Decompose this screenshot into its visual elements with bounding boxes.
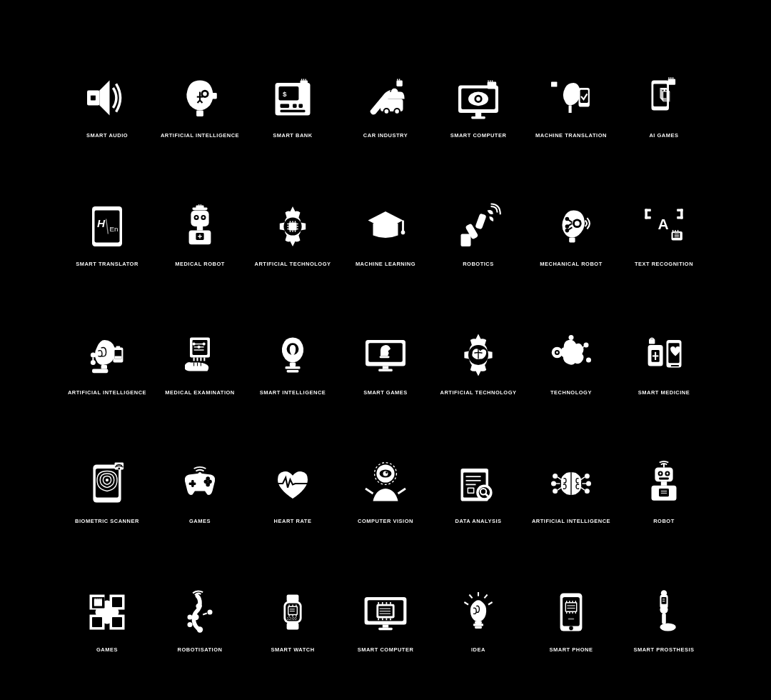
svg-rect-42 (488, 82, 497, 89)
heart-rate-label: HEART RATE (274, 518, 312, 532)
icon-cell-ai-1: ARTIFICIAL INTELLIGENCE (153, 32, 246, 154)
svg-rect-247 (112, 597, 122, 607)
svg-point-256 (188, 622, 193, 627)
svg-rect-272 (287, 595, 299, 602)
svg-marker-1 (100, 81, 110, 116)
svg-rect-51 (551, 82, 557, 87)
svg-rect-18 (278, 86, 298, 101)
medical-examination-label: MEDICAL EXAMINATION (165, 389, 235, 404)
data-analysis-icon (450, 455, 507, 512)
svg-rect-34 (396, 81, 402, 86)
medical-examination-icon (171, 326, 228, 384)
smart-intelligence-label: SMART INTELLIGENCE (260, 389, 326, 404)
icon-cell-car-industry: CAR INDUSTRY (339, 32, 432, 154)
svg-rect-290 (383, 625, 388, 628)
icon-cell-medical-examination: MEDICAL EXAMINATION (153, 289, 246, 411)
svg-rect-299 (475, 626, 482, 629)
smart-phone-icon (543, 584, 600, 641)
icon-cell-smart-bank: $ SMART BANK (246, 32, 339, 154)
smart-prosthesis-label: SMART PROSTHESIS (633, 646, 694, 661)
icon-cell-ai-3: ARTIFICIAL INTELLIGENCE (525, 418, 618, 539)
smart-audio-label: SMART AUDIO (86, 132, 128, 146)
svg-point-59 (665, 89, 667, 91)
svg-point-58 (662, 89, 664, 91)
svg-rect-160 (287, 370, 299, 373)
svg-text:En: En (110, 225, 119, 233)
ai-games-icon (635, 69, 692, 126)
smart-watch-icon: 12:00 (264, 584, 321, 641)
svg-rect-135 (101, 365, 107, 369)
svg-rect-13 (196, 111, 203, 116)
icon-cell-technology: TECHNOLOGY (525, 289, 618, 411)
games-label-1: GAMES (189, 518, 211, 532)
smart-medicine-label: SMART MEDICINE (638, 389, 690, 404)
svg-point-252 (196, 603, 201, 609)
car-industry-label: CAR INDUSTRY (363, 132, 408, 146)
svg-rect-22 (298, 104, 303, 108)
svg-rect-297 (475, 621, 482, 624)
svg-text:12:00: 12:00 (287, 616, 297, 621)
svg-rect-242 (94, 599, 102, 606)
svg-point-258 (208, 610, 213, 615)
svg-rect-78 (197, 226, 203, 231)
robotisation-label: ROBOTISATION (178, 646, 223, 661)
smart-computer-icon-2 (357, 584, 414, 641)
medical-robot-icon (171, 198, 228, 255)
svg-point-317 (660, 606, 667, 614)
svg-point-8 (203, 92, 207, 96)
svg-point-147 (203, 343, 206, 346)
icon-cell-artificial-technology-2: ARTIFICIAL TECHNOLOGY (432, 289, 525, 411)
svg-rect-24 (301, 81, 308, 89)
svg-text:H: H (97, 217, 106, 229)
icon-cell-data-analysis: DATA ANALYSIS (432, 418, 525, 539)
svg-point-169 (556, 351, 558, 354)
svg-rect-46 (475, 113, 481, 117)
icon-cell-ai-2: ARTIFICIAL INTELLIGENCE (61, 289, 153, 411)
robot-label: ROBOT (653, 518, 675, 532)
svg-rect-318 (662, 613, 666, 624)
svg-point-216 (553, 489, 558, 494)
technology-icon (543, 326, 600, 384)
svg-rect-249 (92, 617, 102, 627)
svg-rect-132 (116, 346, 121, 349)
idea-icon (450, 584, 507, 641)
icon-cell-games-1: GAMES (153, 418, 246, 539)
svg-line-295 (469, 595, 472, 599)
svg-point-193 (206, 483, 210, 487)
icon-cell-machine-learning: MACHINE LEARNING (339, 161, 432, 282)
svg-point-114 (565, 229, 570, 233)
svg-point-228 (660, 473, 662, 475)
svg-point-187 (118, 468, 120, 470)
smart-prosthesis-icon (635, 584, 692, 641)
svg-line-293 (484, 595, 487, 599)
smart-watch-label: SMART WATCH (271, 646, 314, 661)
icon-cell-idea: IDEA (432, 546, 525, 668)
svg-rect-248 (112, 617, 122, 627)
svg-rect-134 (115, 356, 122, 359)
machine-translation-label: MACHINE TRANSLATION (535, 132, 607, 146)
icon-cell-biometric-scanner: BIOMETRIC SCANNER (61, 418, 153, 539)
svg-rect-105 (475, 213, 486, 229)
svg-line-219 (558, 488, 561, 491)
icon-cell-robotisation: ROBOTISATION (153, 546, 246, 668)
computer-vision-icon (357, 455, 414, 512)
smart-translator-icon: H En (79, 198, 136, 255)
svg-line-223 (581, 477, 585, 480)
svg-rect-269 (288, 607, 296, 614)
artificial-technology-icon-1 (264, 198, 321, 255)
smart-intelligence-icon (264, 326, 321, 384)
svg-rect-233 (661, 481, 667, 486)
svg-point-197 (383, 471, 388, 476)
svg-point-192 (206, 476, 210, 481)
icon-cell-smart-games: SMART GAMES (339, 289, 432, 411)
icon-cell-smart-audio: SMART AUDIO (61, 32, 153, 154)
svg-rect-20 (281, 104, 290, 108)
robotisation-icon (171, 584, 228, 641)
biometric-scanner-label: BIOMETRIC SCANNER (75, 518, 139, 532)
svg-point-172 (586, 358, 591, 363)
icon-cell-smart-prosthesis: SMART PROSTHESIS (618, 546, 710, 668)
machine-learning-label: MACHINE LEARNING (356, 261, 415, 275)
svg-rect-115 (569, 237, 575, 242)
data-analysis-label: DATA ANALYSIS (455, 518, 502, 532)
artificial-intelligence-icon-2 (79, 326, 136, 384)
